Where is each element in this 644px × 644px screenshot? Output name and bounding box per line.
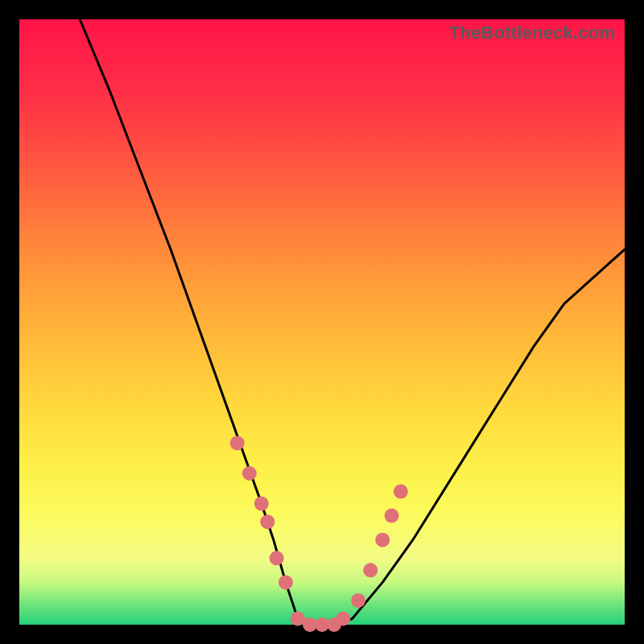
highlighted-point [375, 533, 390, 547]
highlighted-point [385, 509, 399, 523]
highlighted-points-group [230, 436, 408, 632]
bottleneck-curve-line [80, 19, 625, 625]
highlighted-point [270, 551, 284, 565]
chart-plot-area: TheBottleneck.com [19, 19, 625, 625]
highlighted-point [254, 497, 269, 511]
highlighted-point [242, 466, 257, 481]
chart-svg [19, 19, 625, 625]
highlighted-point [336, 612, 350, 626]
highlighted-point [230, 436, 245, 450]
highlighted-point [279, 575, 293, 589]
highlighted-point [351, 593, 365, 608]
chart-frame: TheBottleneck.com [19, 19, 625, 625]
highlighted-point [260, 514, 275, 529]
highlighted-point [394, 485, 408, 499]
highlighted-point [363, 563, 378, 577]
